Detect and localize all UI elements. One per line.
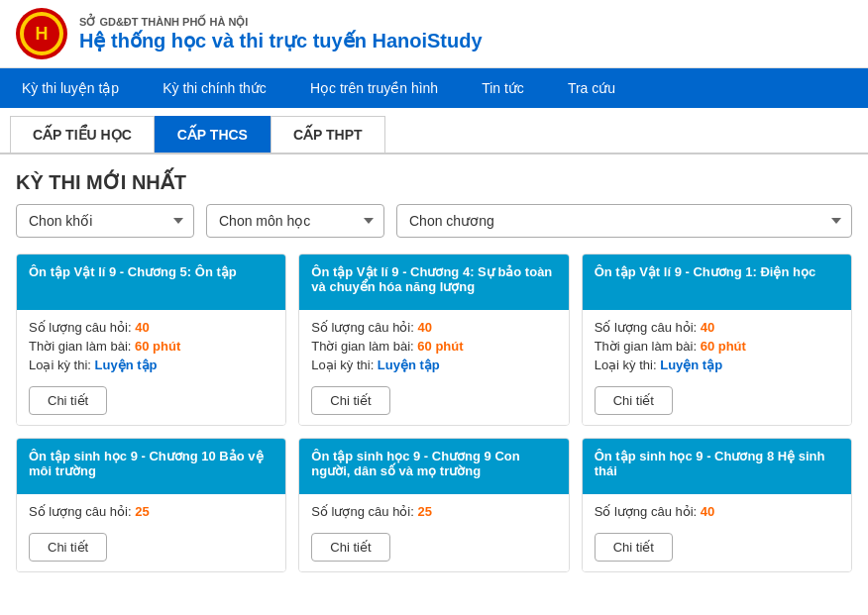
card-body: Số lượng câu hỏi: 40 Thời gian làm bài: … (17, 310, 285, 425)
header-title: Hệ thống học và thi trực tuyến HanoiStud… (79, 29, 483, 52)
card-body: Số lượng câu hỏi: 40 Chi tiết (583, 494, 851, 571)
header: H SỞ GD&ĐT THÀNH PHỐ HÀ NỘI Hệ thống học… (0, 0, 868, 68)
card-header: Ôn tập sinh học 9 - Chương 9 Con người, … (299, 439, 568, 494)
so-luong-label: Số lượng câu hỏi: 40 (595, 504, 839, 519)
nav-item-chinh-thuc[interactable]: Kỳ thi chính thức (141, 68, 288, 108)
dropdown-chuong[interactable]: Chon chương (396, 204, 852, 238)
so-luong-label: Số lượng câu hỏi: 25 (29, 504, 273, 519)
chi-tiet-button[interactable]: Chi tiết (311, 533, 389, 562)
nav-item-truyen-hinh[interactable]: Học trên truyền hình (288, 68, 460, 108)
card-header: Ôn tập Vật lí 9 - Chương 5: Ôn tập (17, 255, 285, 310)
card-item: Ôn tập sinh học 9 - Chương 10 Bảo vệ môi… (16, 438, 286, 572)
card-body: Số lượng câu hỏi: 40 Thời gian làm bài: … (299, 310, 568, 425)
loai-label: Loại kỳ thi: Luyện tập (311, 358, 556, 372)
chi-tiet-button[interactable]: Chi tiết (29, 386, 107, 415)
nav-item-luyen-tap[interactable]: Kỳ thi luyện tập (0, 68, 141, 108)
card-item: Ôn tập sinh học 9 - Chương 9 Con người, … (298, 438, 569, 572)
header-text: SỞ GD&ĐT THÀNH PHỐ HÀ NỘI Hệ thống học v… (79, 16, 483, 52)
card-header: Ôn tập sinh học 9 - Chương 10 Bảo vệ môi… (17, 439, 285, 494)
dropdowns-row: Chon khối Chon môn học Chon chương (0, 204, 868, 254)
card-header: Ôn tập Vật lí 9 - Chương 4: Sự bảo toàn … (299, 255, 568, 310)
tab-thcs[interactable]: CẤP THCS (155, 116, 271, 153)
dropdown-mon[interactable]: Chon môn học (206, 204, 384, 238)
card-item: Ôn tập Vật lí 9 - Chương 5: Ôn tập Số lư… (16, 254, 286, 426)
thoi-gian-label: Thời gian làm bài: 60 phút (311, 339, 556, 354)
tab-tieu-hoc[interactable]: CẤP TIỂU HỌC (10, 116, 155, 153)
so-luong-label: Số lượng câu hỏi: 25 (311, 504, 556, 519)
main-nav: Kỳ thi luyện tập Kỳ thi chính thức Học t… (0, 68, 868, 108)
header-subtitle: SỞ GD&ĐT THÀNH PHỐ HÀ NỘI (79, 16, 483, 29)
section-title: KỲ THI MỚI NHẤT (0, 154, 868, 204)
card-item: Ôn tập Vật lí 9 - Chương 4: Sự bảo toàn … (298, 254, 569, 426)
loai-label: Loại kỳ thi: Luyện tập (595, 358, 839, 372)
card-body: Số lượng câu hỏi: 25 Chi tiết (299, 494, 568, 571)
chi-tiet-button[interactable]: Chi tiết (29, 533, 107, 562)
card-header: Ôn tập Vật lí 9 - Chương 1: Điện học (583, 255, 851, 310)
logo: H (16, 8, 67, 59)
chi-tiet-button[interactable]: Chi tiết (595, 533, 673, 562)
card-header: Ôn tập sinh học 9 - Chương 8 Hệ sinh thá… (583, 439, 851, 494)
card-body: Số lượng câu hỏi: 25 Chi tiết (17, 494, 285, 571)
svg-text:H: H (36, 24, 49, 44)
so-luong-label: Số lượng câu hỏi: 40 (311, 320, 556, 335)
cards-grid: Ôn tập Vật lí 9 - Chương 5: Ôn tập Số lư… (0, 254, 868, 588)
card-item: Ôn tập sinh học 9 - Chương 8 Hệ sinh thá… (582, 438, 852, 572)
chi-tiet-button[interactable]: Chi tiết (311, 386, 389, 415)
loai-label: Loại kỳ thi: Luyện tập (29, 358, 273, 372)
dropdown-khoi[interactable]: Chon khối (16, 204, 194, 238)
nav-item-tra-cuu[interactable]: Tra cứu (546, 68, 637, 108)
chi-tiet-button[interactable]: Chi tiết (595, 386, 673, 415)
thoi-gian-label: Thời gian làm bài: 60 phút (595, 339, 839, 354)
tab-bar: CẤP TIỂU HỌC CẤP THCS CẤP THPT (0, 108, 868, 154)
so-luong-label: Số lượng câu hỏi: 40 (595, 320, 839, 335)
nav-item-tin-tuc[interactable]: Tin tức (460, 68, 546, 108)
card-item: Ôn tập Vật lí 9 - Chương 1: Điện học Số … (582, 254, 852, 426)
thoi-gian-label: Thời gian làm bài: 60 phút (29, 339, 273, 354)
card-body: Số lượng câu hỏi: 40 Thời gian làm bài: … (583, 310, 851, 425)
tab-thpt[interactable]: CẤP THPT (271, 116, 385, 153)
so-luong-label: Số lượng câu hỏi: 40 (29, 320, 273, 335)
